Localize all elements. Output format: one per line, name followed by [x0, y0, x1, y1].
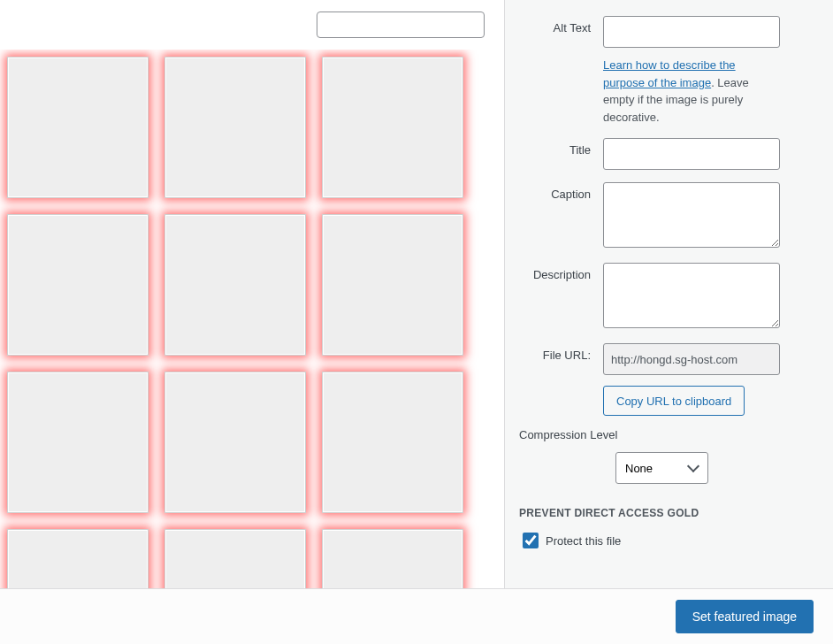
- title-label: Title: [519, 138, 603, 170]
- modal-footer: Set featured image: [0, 588, 833, 644]
- compression-section: Compression Level None: [519, 428, 819, 484]
- title-input[interactable]: [603, 138, 780, 170]
- search-wrap: [0, 0, 504, 50]
- media-modal-body: Alt Text Learn how to describe the purpo…: [0, 0, 833, 588]
- media-thumb[interactable]: [7, 214, 149, 356]
- media-thumb[interactable]: [164, 214, 306, 356]
- compression-select[interactable]: None: [615, 452, 708, 484]
- protect-file-checkbox[interactable]: [523, 533, 539, 548]
- alt-text-label: Alt Text: [519, 16, 603, 126]
- media-thumb[interactable]: [322, 372, 463, 513]
- alt-text-input[interactable]: [603, 16, 780, 48]
- file-url-label: File URL:: [519, 343, 603, 416]
- description-row: Description: [519, 263, 819, 331]
- media-thumb[interactable]: [322, 214, 463, 356]
- description-input[interactable]: [603, 263, 780, 328]
- file-url-row: File URL: Copy URL to clipboard: [519, 343, 819, 416]
- pda-heading: PREVENT DIRECT ACCESS GOLD: [519, 507, 819, 519]
- title-row: Title: [519, 138, 819, 170]
- set-featured-image-button[interactable]: Set featured image: [676, 600, 814, 633]
- compression-label: Compression Level: [519, 428, 819, 441]
- alt-text-help: Learn how to describe the purpose of the…: [603, 57, 780, 126]
- media-thumb[interactable]: [164, 372, 306, 513]
- media-thumb[interactable]: [322, 57, 463, 198]
- attachment-details-panel[interactable]: Alt Text Learn how to describe the purpo…: [504, 0, 833, 588]
- media-thumb[interactable]: [7, 57, 149, 198]
- file-url-input[interactable]: [603, 343, 780, 375]
- media-thumb[interactable]: [164, 529, 306, 588]
- alt-text-row: Alt Text Learn how to describe the purpo…: [519, 16, 819, 126]
- media-grid-scroll[interactable]: [0, 50, 504, 588]
- media-thumb[interactable]: [164, 57, 306, 198]
- caption-row: Caption: [519, 182, 819, 250]
- protect-file-row: Protect this file: [519, 530, 819, 551]
- media-left-panel: [0, 0, 504, 588]
- media-thumb[interactable]: [322, 529, 463, 588]
- media-thumb[interactable]: [7, 372, 149, 513]
- copy-url-button[interactable]: Copy URL to clipboard: [603, 386, 745, 416]
- protect-file-label: Protect this file: [546, 534, 621, 548]
- media-thumb[interactable]: [7, 529, 149, 588]
- caption-label: Caption: [519, 182, 603, 250]
- media-grid: [0, 50, 504, 588]
- caption-input[interactable]: [603, 182, 780, 248]
- description-label: Description: [519, 263, 603, 331]
- search-input[interactable]: [317, 12, 485, 38]
